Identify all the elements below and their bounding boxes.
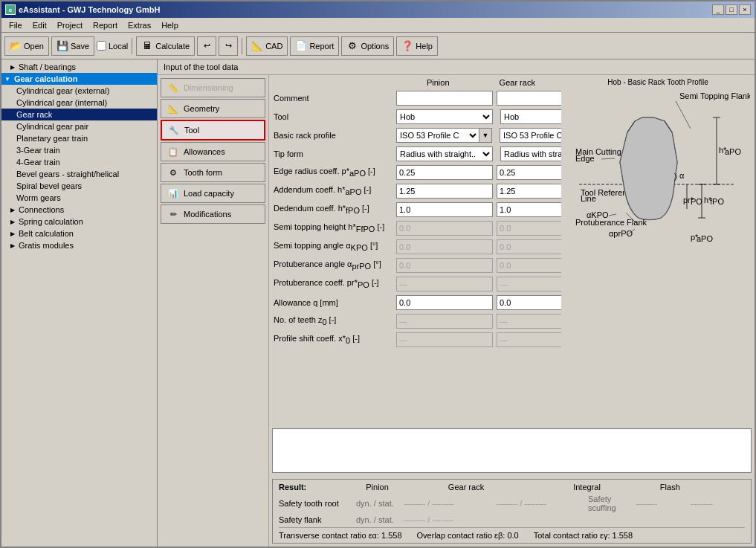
main-window: e eAssistant - GWJ Technology GmbH _ □ ×… [0,0,756,548]
input-dedendum-rack[interactable] [497,202,561,217]
cad-button[interactable]: 📐 CAD [246,36,288,56]
label-gear-calc: Gear calculation [14,74,78,83]
tooth-form-button[interactable]: ⚙ Tooth form [161,163,265,182]
input-edge-pinion[interactable] [396,165,493,180]
label-belt: Belt calculation [19,229,74,238]
tree-item-shaft[interactable]: ▶ Shaft / bearings [1,61,157,73]
select-tip-rack[interactable]: Radius with straight.. [500,146,561,161]
label-profile-shift: Profile shift coeff. x*0 [-] [274,334,396,345]
diagram-area: Hob - Basic Rack Tooth Profile Semi Topp… [561,75,755,425]
right-panel: Input of the tool data 📏 Dimensioning 📐 … [158,59,755,547]
select-wrapper-tip-rack: Radius with straight.. [500,146,561,161]
input-addendum-rack[interactable] [497,184,561,199]
input-prot-coeff-rack [497,277,561,291]
select-profile-pinion[interactable]: ISO 53 Profile C [396,128,479,143]
tree-item-cyl-ext[interactable]: Cylindrical gear (external) [1,85,157,97]
input-comment-rack[interactable] [497,91,561,106]
minimize-button[interactable]: _ [712,4,724,15]
tree-item-gear-calc[interactable]: ▼ Gear calculation [1,73,157,85]
tree-item-4gear[interactable]: 4-Gear train [1,156,157,168]
report-button[interactable]: 📄 Report [290,36,339,56]
options-icon: ⚙ [346,40,358,52]
result-col-flash: Flash [660,483,680,491]
modifications-label: Modifications [184,210,231,219]
input-teeth-rack [497,314,561,329]
label-3gear: 3-Gear train [16,146,60,155]
tree-item-belt[interactable]: ▶ Belt calculation [1,228,157,239]
menu-file[interactable]: File [4,20,27,30]
geometry-icon: 📐 [166,102,181,115]
tree-item-gear-rack[interactable]: Gear rack [1,109,157,120]
tree-item-connections[interactable]: ▶ Connections [1,204,157,216]
input-allowance-pinion[interactable] [396,295,493,310]
label-tool: Tool [274,112,396,121]
input-comment-pinion[interactable] [396,91,493,106]
maximize-button[interactable]: □ [726,4,737,15]
row-addendum: Addendum coeff. h*aPO [-] [274,183,557,199]
select-tool-rack[interactable]: Hob [500,109,561,124]
row-tool: Tool Hob Hob [274,109,557,125]
save-button[interactable]: 💾 Save [51,36,94,56]
allowances-label: Allowances [184,147,225,156]
row-semi-topping-a: Semi topping angle αKPO [°] [274,239,557,255]
menu-project[interactable]: Project [53,20,87,30]
col-header-pinion: Pinion [398,78,478,87]
tool-button[interactable]: 🔧 Tool [161,120,265,141]
redo-button[interactable]: ↪ [219,36,238,56]
allowances-button[interactable]: 📋 Allowances [161,142,265,161]
label-rack-profile: Basic rack profile [274,131,396,140]
local-checkbox-wrapper[interactable]: Local [97,41,128,51]
open-icon: 📂 [10,40,22,52]
svg-text:α: α [679,171,685,180]
result-safety-scuffing-label: Safety scuffing [588,494,633,512]
result-col-integral: Integral [573,483,601,491]
select-tool-pinion[interactable]: Hob [396,109,493,124]
tree-item-spring[interactable]: ▶ Spring calculation [1,216,157,228]
arrow-connections: ▶ [10,207,15,213]
local-checkbox[interactable] [97,41,106,51]
tree-item-cyl-pair[interactable]: Cylindrical gear pair [1,120,157,132]
cad-icon: 📐 [251,40,263,52]
tree-item-planetary[interactable]: Planetary gear train [1,132,157,144]
menu-help[interactable]: Help [157,20,183,30]
label-addendum: Addendum coeff. h*aPO [-] [274,185,396,196]
geometry-button[interactable]: 📐 Geometry [161,99,265,118]
load-capacity-icon: 📊 [166,187,181,200]
modifications-button[interactable]: ✏ Modifications [161,204,265,224]
open-button[interactable]: 📂 Open [4,36,49,56]
menu-report[interactable]: Report [88,20,122,30]
help-button[interactable]: ❓ Help [396,36,438,56]
diagram-svg: Semi Topping Flank Tool Reference Line [564,88,750,259]
undo-button[interactable]: ↩ [197,36,216,56]
label-allowance: Allowance q [mm] [274,298,396,307]
tree-item-3gear[interactable]: 3-Gear train [1,144,157,156]
menu-extras[interactable]: Extras [123,20,155,30]
close-button[interactable]: × [739,4,751,15]
tree-item-cyl-int[interactable]: Cylindrical gear (internal) [1,97,157,109]
label-shaft: Shaft / bearings [19,62,76,71]
label-dedendum: Dedendum coeff. h*fPO [-] [274,204,396,215]
input-edge-rack[interactable] [497,165,561,180]
profile-dropdown-pinion[interactable]: ▼ [479,128,492,143]
menu-edit[interactable]: Edit [28,20,51,30]
load-capacity-label: Load capacity [184,189,234,198]
tree-item-gratis[interactable]: ▶ Gratis modules [1,239,157,251]
input-allowance-rack[interactable] [497,295,561,310]
input-semi-h-rack [497,221,561,236]
arrow-gratis: ▶ [10,242,15,249]
tree-item-bevel[interactable]: Bevel gears - straight/helical [1,168,157,180]
select-tip-pinion[interactable]: Radius with straight.. [396,146,493,161]
tree-item-spiral[interactable]: Spiral bevel gears [1,180,157,192]
load-capacity-button[interactable]: 📊 Load capacity [161,184,265,203]
column-headers: Pinion Gear rack [274,78,557,87]
calculate-button[interactable]: 🖩 Calculate [136,36,195,56]
tree-item-worm[interactable]: Worm gears [1,192,157,204]
options-button[interactable]: ⚙ Options [341,36,394,56]
input-addendum-pinion[interactable] [396,184,493,199]
tooth-form-label: Tooth form [184,168,222,177]
form-area: Pinion Gear rack Comment T [269,75,755,547]
select-wrapper-tool-rack: Hob [500,109,561,124]
input-dedendum-pinion[interactable] [396,202,493,217]
select-profile-rack[interactable]: ISO 53 Profile C [500,128,561,143]
label-gratis: Gratis modules [19,241,74,250]
